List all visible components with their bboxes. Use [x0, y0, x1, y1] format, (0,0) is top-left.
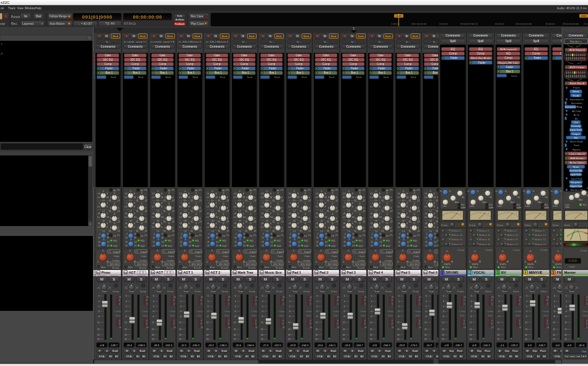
svg-text:Trim: Trim — [374, 290, 380, 293]
svg-text:Gate: Gate — [432, 54, 438, 57]
svg-text:-3: -3 — [498, 310, 499, 313]
svg-text:Bus 1: Bus 1 — [378, 71, 385, 74]
svg-text:0.0000: 0.0000 — [568, 259, 577, 263]
svg-text:0: 0 — [471, 305, 472, 308]
svg-text:.02: .02 — [234, 245, 237, 247]
svg-text:.25: .25 — [184, 238, 187, 241]
svg-text:B1: B1 — [327, 355, 330, 358]
svg-text:6: 6 — [398, 295, 400, 297]
svg-text:Hi: Hi — [250, 189, 252, 192]
svg-text:1k: 1k — [504, 190, 507, 193]
svg-text:12: 12 — [172, 230, 175, 232]
svg-text:12: 12 — [363, 230, 366, 232]
svg-text:3: 3 — [317, 300, 318, 303]
svg-text:24: 24 — [547, 326, 550, 329]
svg-text:0.9: 0.9 — [343, 196, 346, 199]
svg-text:B1: B1 — [273, 355, 276, 358]
svg-text:Clear: Clear — [84, 146, 92, 149]
svg-text:Bus 1: Bus 1 — [214, 71, 222, 74]
svg-text:3: 3 — [398, 300, 400, 303]
svg-text:12: 12 — [382, 230, 384, 232]
svg-text:12: 12 — [125, 321, 127, 324]
svg-text:Alt Tube: Alt Tube — [572, 110, 581, 113]
svg-text:-10.7: -10.7 — [426, 344, 432, 347]
svg-text:Mixbus 11: Mixbus 11 — [535, 238, 546, 241]
svg-text:Gate: Gate — [304, 255, 310, 258]
svg-text:Gate: Gate — [268, 54, 274, 57]
svg-text:Power: Power — [573, 86, 581, 89]
svg-text:C: C — [446, 250, 448, 253]
svg-text:EQ: EQ — [489, 204, 493, 206]
svg-text:Comp: Comp — [485, 248, 493, 251]
svg-text:0.2: 0.2 — [424, 216, 428, 219]
svg-text:.5: .5 — [153, 202, 155, 204]
svg-text:.08: .08 — [152, 222, 155, 225]
svg-text:63: 63 — [424, 271, 427, 274]
svg-text:4: 4 — [283, 320, 284, 322]
svg-text:Send: Send — [511, 75, 517, 77]
svg-text:12: 12 — [354, 230, 357, 232]
svg-text:Drive: Drive — [469, 224, 476, 227]
svg-text:12: 12 — [191, 210, 193, 212]
svg-text:12: 12 — [336, 199, 338, 202]
svg-text:Fader: Fader — [405, 67, 413, 70]
svg-text:Hi: Hi — [545, 196, 548, 199]
svg-text:Lo: Lo — [113, 234, 116, 237]
svg-text:32C EQ: 32C EQ — [410, 263, 419, 266]
svg-text:Drive: Drive — [113, 290, 120, 293]
svg-text:32C EQ: 32C EQ — [185, 58, 195, 61]
svg-text:.08: .08 — [206, 222, 209, 225]
svg-text:0.4: 0.4 — [152, 226, 155, 229]
svg-text:-20: -20 — [370, 287, 373, 289]
svg-text:1.6: 1.6 — [375, 230, 378, 233]
svg-text:12: 12 — [327, 210, 330, 212]
svg-text:Mstr: Mstr — [445, 266, 451, 269]
svg-text:90: 90 — [152, 338, 154, 341]
svg-text:Send: Send — [384, 76, 389, 79]
svg-text:90: 90 — [343, 338, 345, 341]
svg-text:90: 90 — [288, 338, 291, 341]
svg-text:-3: -3 — [180, 310, 182, 313]
svg-text:.08: .08 — [397, 222, 400, 225]
svg-text:.05: .05 — [234, 241, 237, 243]
svg-text:Input: Input — [359, 250, 365, 253]
svg-text:32C EQ: 32C EQ — [355, 263, 365, 266]
svg-text:Sends: Sends — [112, 266, 120, 269]
svg-text:13: 13 — [216, 196, 218, 199]
svg-text:-18.5: -18.5 — [154, 344, 160, 347]
svg-text:6: 6 — [289, 295, 291, 297]
svg-text:-0.8: -0.8 — [100, 344, 105, 347]
svg-text:0.4: 0.4 — [179, 206, 182, 208]
svg-text:B1: B1 — [537, 355, 540, 358]
svg-text:1.6: 1.6 — [129, 230, 133, 233]
svg-text:20: 20 — [509, 287, 511, 289]
svg-text:32C EQ: 32C EQ — [164, 263, 174, 266]
svg-text:.8: .8 — [297, 233, 299, 235]
svg-text:Comp: Comp — [186, 63, 194, 66]
svg-text:.6: .6 — [402, 190, 404, 193]
svg-text:Trim: Trim — [402, 290, 407, 293]
svg-text:Comments: Comments — [183, 45, 198, 48]
svg-text:24: 24 — [228, 296, 230, 298]
svg-text:12: 12 — [436, 220, 439, 223]
svg-text:B2: B2 — [115, 355, 118, 358]
svg-text:EQ: EQ — [545, 204, 548, 206]
svg-text:EQ: EQ — [478, 48, 483, 51]
svg-text:12: 12 — [172, 220, 175, 223]
svg-text:53: 53 — [151, 271, 154, 274]
svg-text:8: 8 — [463, 299, 465, 302]
svg-text:Hi: Hi — [113, 189, 116, 192]
svg-text:0.4: 0.4 — [125, 226, 128, 229]
svg-text:Mixbus 9: Mixbus 9 — [479, 229, 489, 232]
svg-text:51: 51 — [97, 271, 100, 274]
svg-text:Gate: Gate — [141, 255, 147, 258]
svg-text:.4: .4 — [262, 233, 264, 235]
svg-text:6:00:00: 6:00:00 — [439, 22, 448, 25]
svg-text:21:0: 21:0 — [584, 22, 588, 25]
svg-text:Gate: Gate — [361, 314, 366, 317]
svg-text:Trim: Trim — [292, 290, 298, 293]
svg-text:.8: .8 — [406, 233, 408, 235]
svg-text:-20: -20 — [206, 287, 209, 289]
svg-text:Comments: Comments — [319, 45, 334, 48]
svg-text:.02: .02 — [371, 245, 374, 247]
